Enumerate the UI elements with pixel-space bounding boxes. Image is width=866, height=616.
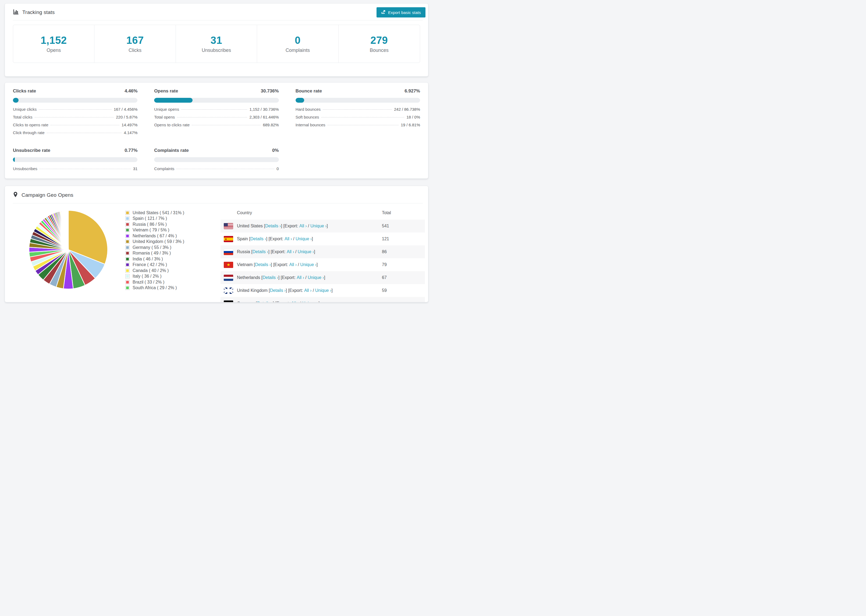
legend-label: United Kingdom ( 59 / 3% ) bbox=[132, 239, 184, 244]
rate-detail-row: Unsubscribes31 bbox=[13, 167, 137, 174]
table-row-bracket-text: [ bbox=[255, 301, 257, 302]
legend-item: Russia ( 86 / 5% ) bbox=[125, 222, 206, 227]
summary-tiles: 1,152Opens167Clicks31Unsubscribes0Compla… bbox=[13, 25, 420, 63]
legend-item: Romania ( 49 / 3% ) bbox=[125, 250, 206, 256]
summary-value: 31 bbox=[211, 35, 222, 46]
rate-value: 0.77% bbox=[124, 148, 137, 153]
table-row-bracket-text: [ bbox=[260, 275, 263, 280]
country-cell: Vietnam [Details ›] [Export: All › / Uni… bbox=[220, 262, 382, 268]
rate-detail-value: 689.82% bbox=[263, 123, 279, 127]
country-cell: Germany [Details ›] [Export: All › / Uni… bbox=[220, 300, 382, 303]
details-link-gb[interactable]: Details › bbox=[270, 288, 286, 293]
bar-chart-icon bbox=[13, 9, 19, 16]
export-all-link-nl[interactable]: All › bbox=[297, 275, 304, 280]
gb-red-cross bbox=[224, 288, 233, 294]
rate-progress-track bbox=[296, 98, 420, 103]
export-unique-link-us[interactable]: Unique › bbox=[310, 224, 326, 228]
export-all-link-gb[interactable]: All › bbox=[304, 288, 312, 293]
ru-flag bbox=[224, 249, 233, 255]
legend-item: France ( 42 / 2% ) bbox=[125, 262, 206, 268]
export-all-link-es[interactable]: All › bbox=[285, 237, 292, 241]
legend-label: Vietnam ( 79 / 5% ) bbox=[132, 228, 169, 233]
summary-tile: 31Unsubscribes bbox=[176, 25, 257, 63]
summary-value: 279 bbox=[370, 35, 388, 46]
legend-label: Russia ( 86 / 5% ) bbox=[132, 222, 167, 227]
rate-detail-rows: Hard bounces242 / 86.738%Soft bounces18 … bbox=[296, 107, 420, 130]
gb-flag bbox=[224, 288, 233, 294]
rate-detail-label: Complaints bbox=[154, 167, 174, 171]
legend-item: Canada ( 40 / 2% ) bbox=[125, 268, 206, 273]
details-link-vn[interactable]: Details › bbox=[255, 262, 271, 267]
table-row-bracket-text: ] bbox=[312, 237, 313, 241]
es-flag bbox=[224, 236, 233, 242]
export-unique-link-nl[interactable]: Unique › bbox=[308, 275, 324, 280]
table-row: United States [Details ›] [Export: All ›… bbox=[220, 220, 425, 233]
table-row: Russia [Details ›] [Export: All › / Uniq… bbox=[220, 245, 425, 258]
rate-title: Bounce rate bbox=[296, 88, 322, 94]
dotted-leader bbox=[192, 125, 261, 125]
summary-label: Complaints bbox=[286, 47, 310, 53]
table-row-bracket-text: ] bbox=[327, 224, 328, 228]
table-row: Spain [Details ›] [Export: All › / Uniqu… bbox=[220, 233, 425, 245]
export-unique-link-vn[interactable]: Unique › bbox=[300, 262, 316, 267]
legend-swatch bbox=[125, 239, 130, 244]
export-unique-link-es[interactable]: Unique › bbox=[296, 237, 312, 241]
table-row-bracket-text: ] bbox=[316, 262, 318, 267]
export-unique-link-ru[interactable]: Unique › bbox=[298, 250, 314, 254]
export-all-link-vn[interactable]: All › bbox=[289, 262, 297, 267]
country-name: Germany bbox=[237, 301, 255, 302]
rate-detail-rows: Unsubscribes31 bbox=[13, 167, 137, 174]
rate-section: Bounce rate6.927%Hard bounces242 / 86.73… bbox=[296, 88, 420, 138]
rate-detail-row: Unique clicks167 / 4.456% bbox=[13, 107, 137, 115]
legend-swatch bbox=[125, 262, 130, 267]
summary-value: 1,152 bbox=[41, 35, 67, 46]
legend-swatch bbox=[125, 234, 130, 238]
tracking-stats-card: Tracking stats Export basic stats 1,152O… bbox=[5, 3, 428, 77]
export-all-link-ru[interactable]: All › bbox=[287, 250, 294, 254]
rate-detail-label: Total clicks bbox=[13, 115, 33, 119]
geo-card-header: Campaign Geo Opens bbox=[5, 186, 428, 199]
export-basic-stats-button[interactable]: Export basic stats bbox=[376, 7, 425, 17]
details-link-de[interactable]: Details › bbox=[257, 301, 273, 302]
rate-detail-value: 220 / 5.87% bbox=[116, 115, 137, 119]
export-all-link-de[interactable]: All › bbox=[291, 301, 299, 302]
dotted-leader bbox=[323, 109, 392, 110]
rate-detail-row: Hard bounces242 / 86.738% bbox=[296, 107, 420, 115]
table-row-bracket-text: [ bbox=[263, 224, 265, 228]
details-link-es[interactable]: Details › bbox=[250, 237, 266, 241]
legend-label: Canada ( 40 / 2% ) bbox=[132, 268, 168, 273]
legend-item: United Kingdom ( 59 / 3% ) bbox=[125, 239, 206, 245]
table-row-bracket-text: / bbox=[312, 288, 315, 293]
rate-detail-value: 4.147% bbox=[124, 130, 137, 135]
rate-section: Opens rate30.736%Unique opens1,152 / 30.… bbox=[154, 88, 279, 138]
country-cell: United Kingdom [Details ›] [Export: All … bbox=[220, 288, 382, 294]
country-total: 121 bbox=[382, 237, 425, 241]
dotted-leader bbox=[321, 117, 404, 118]
rate-detail-row: Complaints0 bbox=[154, 167, 279, 174]
table-row-bracket-text: ] [Export: bbox=[281, 224, 299, 228]
rate-detail-label: Soft bounces bbox=[296, 115, 319, 119]
table-row-bracket-text: / bbox=[292, 237, 296, 241]
details-link-nl[interactable]: Details › bbox=[263, 275, 279, 280]
legend-item: Brazil ( 33 / 2% ) bbox=[125, 279, 206, 285]
rate-detail-label: Click through rate bbox=[13, 130, 45, 135]
details-link-us[interactable]: Details › bbox=[265, 224, 281, 228]
dotted-leader bbox=[50, 125, 120, 125]
export-all-link-us[interactable]: All › bbox=[299, 224, 307, 228]
rates-card: Clicks rate4.46%Unique clicks167 / 4.456… bbox=[5, 82, 428, 179]
export-unique-link-gb[interactable]: Unique › bbox=[315, 288, 331, 293]
legend-swatch bbox=[125, 280, 130, 284]
details-link-ru[interactable]: Details › bbox=[252, 250, 268, 254]
rates-grid: Clicks rate4.46%Unique clicks167 / 4.456… bbox=[13, 88, 420, 174]
country-total: 86 bbox=[382, 250, 425, 254]
rate-detail-label: Unique clicks bbox=[13, 107, 36, 112]
table-row-bracket-text: [ bbox=[248, 237, 250, 241]
table-row-bracket-text: ] [Export: bbox=[286, 288, 304, 293]
country-name: Russia bbox=[237, 250, 250, 254]
rate-progress-fill bbox=[13, 98, 19, 103]
rate-detail-row: Click through rate4.147% bbox=[13, 130, 137, 138]
summary-tile: 0Complaints bbox=[257, 25, 339, 63]
summary-label: Opens bbox=[47, 47, 61, 53]
legend-swatch bbox=[125, 257, 130, 261]
export-unique-link-de[interactable]: Unique › bbox=[302, 301, 318, 302]
